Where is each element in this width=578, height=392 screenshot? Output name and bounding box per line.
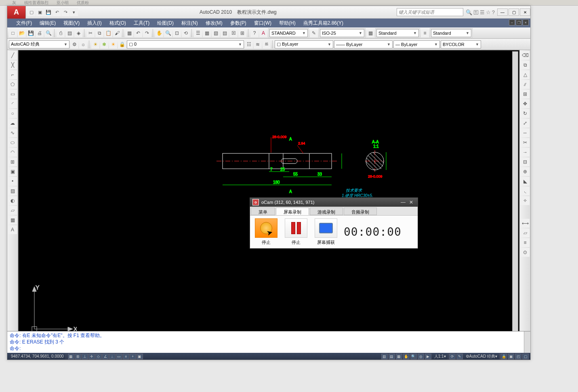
annoviz-icon[interactable]: ⟳ [449, 354, 456, 359]
erase-icon[interactable]: ⌫ [521, 51, 530, 60]
markup-icon[interactable]: ☒ [229, 29, 238, 37]
copy-icon[interactable]: ⧉ [95, 29, 103, 37]
dist-icon[interactable]: ⟷ [521, 219, 530, 228]
linecolor-combo[interactable]: ▢ ByLayer▼ [275, 40, 333, 48]
ocam-tab-screen[interactable]: 屏幕录制 [276, 208, 309, 215]
close-button[interactable]: ✕ [520, 8, 530, 16]
zoom2-icon[interactable]: 🔍 [410, 354, 417, 359]
textstyle-combo[interactable]: STANDARD▼ [269, 29, 308, 37]
layeriso-icon[interactable]: ☀ [91, 40, 99, 48]
revcloud-icon[interactable]: ☁ [8, 119, 17, 128]
explode-icon[interactable]: ✧ [521, 196, 530, 205]
list-icon[interactable]: ≡ [521, 238, 530, 247]
makeblock-icon[interactable]: ▣ [8, 167, 17, 176]
polygon-icon[interactable]: ⬠ [8, 80, 17, 89]
vertical-scrollbar[interactable] [512, 51, 518, 339]
sheet-icon[interactable]: ▤ [65, 29, 74, 37]
table-icon[interactable]: ▦ [8, 216, 17, 224]
ducs-toggle[interactable]: ⟂ [109, 354, 116, 359]
doc-restore-button[interactable]: ❐ [516, 19, 522, 25]
clean-icon[interactable]: ▢ [522, 354, 529, 359]
chamfer-icon[interactable]: ◣ [521, 177, 530, 186]
match-icon[interactable]: 🖌 [113, 29, 121, 37]
dimstyle-combo[interactable]: ISO-25▼ [320, 29, 364, 37]
hardware-icon[interactable]: ▣ [508, 354, 514, 359]
snap-toggle[interactable]: ▦ [68, 354, 74, 359]
redo-icon[interactable]: ↷ [143, 29, 151, 37]
circle-icon[interactable]: ○ [8, 109, 17, 118]
ocam-pause-button[interactable]: 停止 [284, 218, 308, 245]
rectangle-icon[interactable]: ▭ [8, 90, 17, 99]
doc-close-button[interactable]: × [523, 19, 529, 25]
doc-minimize-button[interactable]: – [509, 19, 515, 25]
star-icon[interactable]: ☆ [486, 9, 491, 15]
xline-icon[interactable]: ╳ [8, 61, 17, 69]
menu-draw[interactable]: 绘图(D) [154, 19, 177, 27]
zoom-previous-icon[interactable]: ⟲ [182, 29, 190, 37]
menu-format[interactable]: 格式(O) [106, 19, 129, 27]
mlstyle-icon[interactable]: ≡ [421, 29, 429, 37]
copy2-icon[interactable]: ⧉ [521, 61, 530, 69]
ocam-tab-menu[interactable]: 菜单 [251, 208, 275, 215]
minimize-button[interactable]: — [497, 8, 508, 16]
layerprev-icon[interactable]: ≋ [254, 40, 262, 48]
help-icon[interactable]: ? [492, 9, 495, 15]
paste-icon[interactable]: 📋 [104, 29, 112, 37]
workspace-combo[interactable]: AutoCAD 经典▼ [9, 40, 69, 48]
lineweight-combo[interactable]: — ByLayer▼ [393, 40, 440, 48]
line-icon[interactable]: ╱ [8, 51, 17, 60]
new-icon[interactable]: □ [9, 29, 17, 37]
comm-icon[interactable]: ☰ [480, 9, 485, 15]
zoom-window-icon[interactable]: ⊡ [173, 29, 181, 37]
menu-help[interactable]: 帮助(H) [276, 19, 299, 27]
ws-gear-icon[interactable]: ☼ [79, 40, 87, 48]
mirror-icon[interactable]: △ [521, 70, 530, 79]
arc-icon[interactable]: ◜ [8, 99, 17, 108]
qc-icon[interactable]: ⊞ [238, 29, 246, 37]
grid-toggle[interactable]: ⊞ [75, 354, 81, 359]
mlstyle-combo[interactable]: Standard▼ [431, 29, 471, 37]
steering-icon[interactable]: ◎ [418, 354, 424, 359]
menu-tools[interactable]: 工具(T) [130, 19, 153, 27]
pan2-icon[interactable]: ✋ [403, 354, 410, 359]
scale-icon[interactable]: ⤢ [521, 119, 530, 128]
menu-dim[interactable]: 标注(N) [178, 19, 201, 27]
insert-icon[interactable]: ⊞ [8, 157, 17, 166]
preview-icon[interactable]: 🔍 [44, 29, 53, 37]
help2-icon[interactable]: ? [250, 29, 259, 37]
lwt-toggle[interactable]: ≡ [123, 354, 129, 359]
qat-new-icon[interactable]: ▢ [27, 8, 36, 16]
join-icon[interactable]: ⊕ [521, 167, 530, 176]
area-icon[interactable]: ▱ [521, 228, 530, 237]
qv-layouts-icon[interactable]: ▤ [389, 354, 395, 359]
command-line[interactable]: 命令: 有E 未知命令"有E"。按 F1 查看帮助。 命令: E ERASE 找… [7, 331, 530, 353]
region-icon[interactable]: ▱ [8, 206, 17, 215]
trim-icon[interactable]: ✂ [521, 138, 530, 147]
3d-icon[interactable]: ◈ [74, 29, 82, 37]
ssm-icon[interactable]: ▤ [221, 29, 229, 37]
qat-undo-icon[interactable]: ↶ [53, 8, 61, 16]
menu-insert[interactable]: 插入(I) [84, 19, 105, 27]
id-icon[interactable]: ⊙ [521, 248, 530, 257]
qp-toggle[interactable]: + [130, 354, 136, 359]
ellipsearc-icon[interactable]: ◠ [8, 148, 17, 157]
block-icon[interactable]: ▦ [125, 29, 133, 37]
ocam-minimize-button[interactable]: — [399, 199, 407, 205]
lock-ui-icon[interactable]: 🔒 [500, 354, 507, 359]
layeron-icon[interactable]: ❄ [100, 40, 108, 48]
dimstyle-icon[interactable]: ✎ [310, 29, 318, 37]
ocam-stop-button[interactable]: 停止 [254, 218, 278, 245]
ortho-toggle[interactable]: ⊥ [82, 354, 88, 359]
undo-icon[interactable]: ↶ [134, 29, 142, 37]
ocam-capture-button[interactable]: 屏幕捕获 [314, 218, 338, 245]
qat-open-icon[interactable]: ▣ [36, 8, 44, 16]
layerfreeze-icon[interactable]: ☀ [109, 40, 117, 48]
cmd-scrollbar[interactable] [524, 331, 530, 353]
annoauto-icon[interactable]: ✎ [456, 354, 463, 359]
ocam-close-button[interactable]: ✕ [407, 199, 415, 205]
menu-edit[interactable]: 编辑(E) [36, 19, 59, 27]
tp-icon[interactable]: ▧ [212, 29, 220, 37]
open-icon[interactable]: 📂 [18, 29, 26, 37]
menu-file[interactable]: 文件(F) [13, 19, 35, 27]
pan-icon[interactable]: ✋ [155, 29, 163, 37]
